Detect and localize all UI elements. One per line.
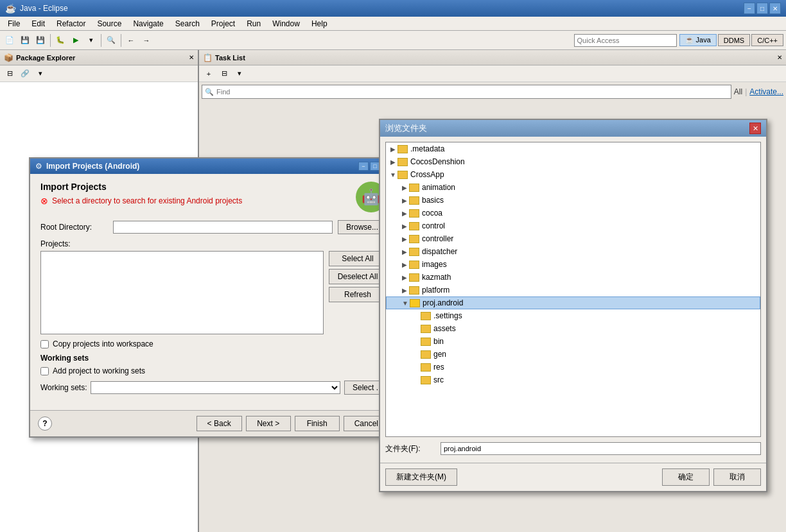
tree-expander-cocoa[interactable]: ▶ <box>400 209 409 218</box>
tree-expander-images[interactable]: ▶ <box>400 260 409 269</box>
copy-checkbox[interactable] <box>40 340 49 348</box>
tree-item-kazmath[interactable]: ▶kazmath <box>386 271 760 284</box>
back-btn[interactable]: < Back <box>197 416 242 431</box>
save-all-button[interactable]: 💾 <box>33 33 48 47</box>
task-list-close[interactable]: ✕ <box>777 54 782 61</box>
tree-item-basics[interactable]: ▶basics <box>386 194 760 207</box>
tree-expander-assets[interactable] <box>412 324 421 333</box>
tree-item-bin[interactable]: bin <box>386 335 760 348</box>
menu-window[interactable]: Window <box>267 18 305 30</box>
tree-item-crossapp[interactable]: ▼CrossApp <box>386 168 760 181</box>
menu-navigate[interactable]: Navigate <box>128 18 168 30</box>
tree-expander-dispatcher[interactable]: ▶ <box>400 247 409 256</box>
tree-expander-crossapp[interactable]: ▼ <box>389 170 397 179</box>
tree-expander-cocosdenshion[interactable]: ▶ <box>389 157 397 166</box>
menu-run[interactable]: Run <box>241 18 266 30</box>
finish-btn[interactable]: Finish <box>295 416 340 431</box>
close-button[interactable]: ✕ <box>769 3 781 14</box>
tree-expander-gen[interactable] <box>412 350 421 359</box>
error-message: Select a directory to search for existin… <box>52 196 242 205</box>
next-btn[interactable]: Next > <box>246 416 291 431</box>
folder-icon-controller <box>409 235 419 243</box>
tree-item-settings[interactable]: .settings <box>386 309 760 322</box>
menu-help[interactable]: Help <box>306 18 333 30</box>
menu-edit[interactable]: Edit <box>26 18 50 30</box>
error-line: ⊗ Select a directory to search for exist… <box>40 196 348 206</box>
ok-button[interactable]: 确定 <box>662 468 710 486</box>
dialog-icon: ⚙ <box>35 162 42 171</box>
new-button[interactable]: 📄 <box>3 33 17 47</box>
tree-item-animation[interactable]: ▶animation <box>386 181 760 194</box>
select-all-button[interactable]: Select All <box>329 251 387 266</box>
tree-item-cocosdenshion[interactable]: ▶CocosDenshion <box>386 155 760 168</box>
perspective-cpp[interactable]: C/C++ <box>751 34 783 46</box>
tree-expander-platform[interactable]: ▶ <box>400 286 409 295</box>
help-button[interactable]: ? <box>38 416 52 431</box>
find-input[interactable] <box>216 88 728 96</box>
link-editor-button[interactable]: 🔗 <box>18 67 32 81</box>
browse-cancel-button[interactable]: 取消 <box>713 468 761 486</box>
package-explorer-close[interactable]: ✕ <box>189 54 194 61</box>
tree-item-images[interactable]: ▶images <box>386 258 760 271</box>
tree-item-cocoa[interactable]: ▶cocoa <box>386 207 760 219</box>
tree-item-gen[interactable]: gen <box>386 348 760 361</box>
view-menu-button[interactable]: ▾ <box>33 67 48 81</box>
tree-expander-kazmath[interactable]: ▶ <box>400 273 409 282</box>
projects-list[interactable] <box>40 251 324 334</box>
tree-item-proj_android[interactable]: ▼proj.android <box>386 296 760 309</box>
folder-tree[interactable]: ▶.metadata▶CocosDenshion▼CrossApp▶animat… <box>385 142 761 437</box>
tree-expander-proj_android[interactable]: ▼ <box>401 298 410 307</box>
tree-item-src[interactable]: src <box>386 373 760 386</box>
menu-source[interactable]: Source <box>92 18 127 30</box>
activate-label[interactable]: Activate... <box>749 87 783 96</box>
menu-search[interactable]: Search <box>170 18 205 30</box>
run-button[interactable]: ▶ <box>69 33 83 47</box>
quick-access-input[interactable] <box>574 34 677 47</box>
perspective-ddms[interactable]: DDMS <box>718 34 750 46</box>
new-folder-button[interactable]: 新建文件夹(M) <box>385 468 457 486</box>
tree-item-metadata[interactable]: ▶.metadata <box>386 142 760 155</box>
save-button[interactable]: 💾 <box>18 33 32 47</box>
tree-label-crossapp: CrossApp <box>410 170 444 179</box>
tree-expander-bin[interactable] <box>412 337 421 346</box>
tree-item-assets[interactable]: assets <box>386 322 760 335</box>
add-working-sets-checkbox[interactable] <box>40 367 49 375</box>
tree-item-control[interactable]: ▶control <box>386 219 760 232</box>
minimize-button[interactable]: − <box>744 3 755 14</box>
dialog-minimize[interactable]: − <box>358 162 369 171</box>
deselect-all-button[interactable]: Deselect All <box>329 269 387 284</box>
forward-button[interactable]: → <box>139 33 153 47</box>
tree-item-res[interactable]: res <box>386 361 760 373</box>
back-button[interactable]: ← <box>124 33 138 47</box>
tree-item-controller[interactable]: ▶controller <box>386 232 760 245</box>
collapse-all-button[interactable]: ⊟ <box>3 67 17 81</box>
root-dir-input[interactable] <box>113 221 333 234</box>
tree-expander-controller[interactable]: ▶ <box>400 234 409 243</box>
browse-close-button[interactable]: ✕ <box>749 123 761 134</box>
tree-expander-settings[interactable] <box>412 311 421 320</box>
working-sets-dropdown[interactable] <box>91 381 340 394</box>
package-explorer-toolbar: ⊟ 🔗 ▾ <box>0 65 198 82</box>
tree-label-cocoa: cocoa <box>422 209 442 218</box>
tree-expander-animation[interactable]: ▶ <box>400 183 409 192</box>
menu-file[interactable]: File <box>3 18 25 30</box>
tree-item-dispatcher[interactable]: ▶dispatcher <box>386 245 760 258</box>
menu-project[interactable]: Project <box>206 18 240 30</box>
task-add-button[interactable]: + <box>202 67 216 81</box>
task-filter-button[interactable]: ▾ <box>232 67 247 81</box>
perspective-java[interactable]: ☕ Java <box>679 34 717 46</box>
refresh-button[interactable]: Refresh <box>329 287 387 302</box>
run-dropdown[interactable]: ▾ <box>84 33 98 47</box>
task-collapse-button[interactable]: ⊟ <box>217 67 231 81</box>
maximize-button[interactable]: □ <box>756 3 768 14</box>
tree-expander-res[interactable] <box>412 363 421 372</box>
menu-refactor[interactable]: Refactor <box>51 18 91 30</box>
tree-expander-basics[interactable]: ▶ <box>400 196 409 205</box>
search-button[interactable]: 🔍 <box>104 33 118 47</box>
tree-expander-src[interactable] <box>412 375 421 384</box>
tree-expander-metadata[interactable]: ▶ <box>389 144 397 153</box>
tree-item-platform[interactable]: ▶platform <box>386 284 760 296</box>
path-input[interactable] <box>441 442 761 455</box>
tree-expander-control[interactable]: ▶ <box>400 221 409 230</box>
debug-button[interactable]: 🐛 <box>53 33 67 47</box>
